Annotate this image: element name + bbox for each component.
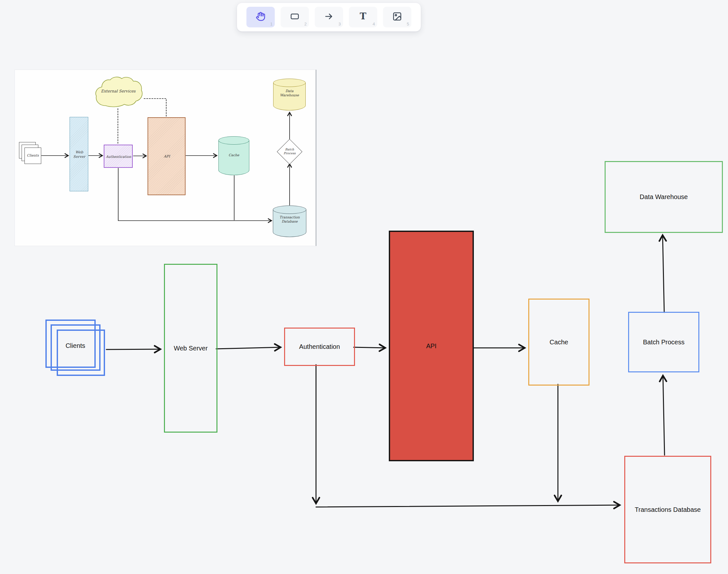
tool-image-button[interactable]: 5: [383, 7, 411, 27]
sketch-authentication: Authentication: [104, 145, 133, 168]
canvas-cache[interactable]: Cache: [528, 299, 590, 385]
canvas-authentication[interactable]: Authentication: [284, 328, 355, 366]
tool-shortcut-badge: 4: [373, 22, 375, 27]
canvas-web-server[interactable]: Web Server: [164, 264, 217, 433]
hand-icon: [256, 12, 266, 23]
reference-image[interactable]: External Services Clients Web Server Aut…: [14, 70, 316, 246]
canvas-api[interactable]: API: [389, 231, 474, 461]
arrow-elbow-transactionsdb: [316, 505, 620, 507]
tool-shortcut-badge: 1: [270, 22, 273, 27]
sketch-transaction-database: Transaction Database: [273, 206, 306, 237]
sketch-cache: Cache: [218, 136, 249, 175]
sketch-web-server: Web Server: [70, 117, 88, 191]
tool-shortcut-badge: 3: [338, 22, 341, 27]
text-icon: T: [358, 12, 368, 23]
canvas-transactions-database[interactable]: Transactions Database: [624, 456, 711, 563]
tool-text-button[interactable]: T 4: [349, 7, 377, 27]
tool-arrow-button[interactable]: 3: [315, 7, 343, 27]
arrow-batch-datawarehouse: [662, 235, 664, 313]
tool-shortcut-badge: 2: [305, 22, 307, 27]
canvas-data-warehouse[interactable]: Data Warehouse: [605, 161, 723, 233]
image-icon: [392, 12, 402, 23]
canvas-batch-process[interactable]: Batch Process: [628, 312, 699, 372]
arrow-clients-webserver: [106, 349, 160, 350]
tool-rectangle-button[interactable]: 2: [281, 7, 309, 27]
sketch-external-services-cloud: External Services: [93, 76, 144, 108]
sketch-data-warehouse: Data Warehouse: [273, 79, 306, 111]
sketch-api: API: [148, 117, 186, 195]
arrow-authentication-api: [354, 347, 385, 348]
tool-hand-button[interactable]: 1: [246, 7, 275, 27]
arrow-webserver-authentication: [216, 347, 281, 349]
arrow-transactionsdb-batch: [663, 376, 664, 455]
toolbar: 1 2 3 T 4 5: [237, 3, 421, 32]
tool-shortcut-badge: 5: [407, 22, 409, 27]
rectangle-icon: [290, 12, 299, 23]
svg-text:T: T: [360, 12, 367, 21]
arrow-icon: [324, 12, 334, 23]
